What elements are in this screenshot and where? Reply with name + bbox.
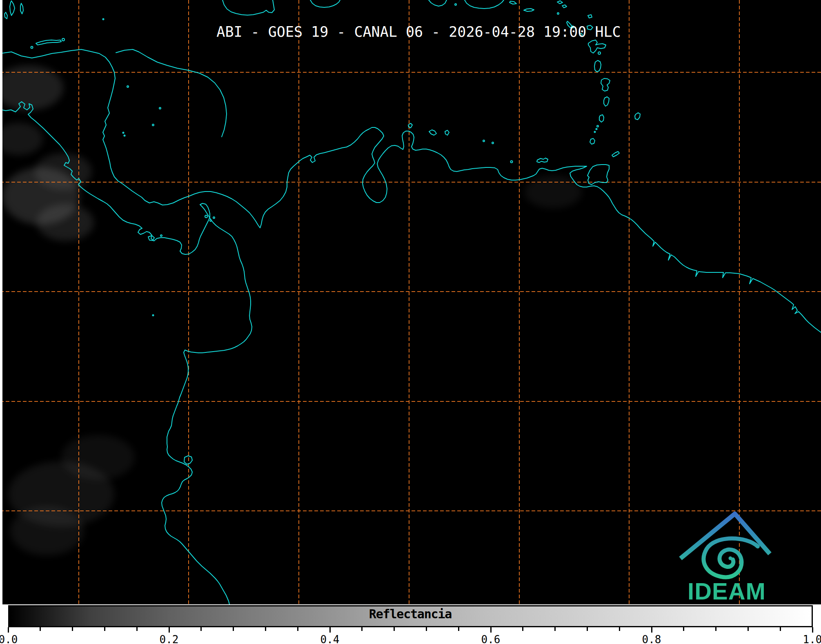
island-los-roques xyxy=(483,140,485,142)
colorbar-tick-label: 0.6 xyxy=(481,633,501,644)
colorbar-major-tick xyxy=(169,627,170,633)
island-cebaco xyxy=(160,235,162,236)
ideam-wordmark: IDEAM xyxy=(688,578,766,604)
colorbar-minor-tick xyxy=(361,627,363,631)
coastline-trinidad xyxy=(587,165,609,185)
coastline-st-vincent xyxy=(599,115,604,122)
island-marie-galante xyxy=(598,52,601,54)
spiral-eye-icon xyxy=(729,557,732,560)
colorbar-minor-tick xyxy=(297,627,298,631)
colorbar-minor-tick xyxy=(426,627,427,631)
colorbar-major-tick xyxy=(329,627,331,633)
island-corn-island-2 xyxy=(124,135,125,136)
map-canvas: IDEAM xyxy=(0,0,821,604)
coastline-bonaire xyxy=(445,130,449,135)
colorbar-major-tick xyxy=(490,627,492,633)
colorbar-tick-label: 0.2 xyxy=(160,633,179,644)
coastline-haiti-tiburon-coast xyxy=(310,0,340,7)
coastline-st-martin xyxy=(557,1,563,4)
colorbar-minor-tick xyxy=(136,627,138,631)
island-corn-island-1 xyxy=(123,132,124,134)
colorbar-minor-tick xyxy=(104,627,105,631)
island-grenadine-2 xyxy=(596,129,597,130)
island-malpelo-island xyxy=(153,315,154,316)
coastline-martinique xyxy=(601,78,610,91)
coastline-layer xyxy=(0,0,821,604)
island-la-orchila xyxy=(492,142,494,144)
coastline-belize-reef-2 xyxy=(20,3,23,14)
island-mona-island xyxy=(455,4,456,5)
coastline-aruba xyxy=(408,123,412,128)
colorbar-minor-tick xyxy=(200,627,202,631)
island-swan-island xyxy=(103,19,104,20)
coastline-jamaica-south-coast xyxy=(222,0,274,15)
colorbar-tick-label: 0.8 xyxy=(642,633,661,644)
colorbar-minor-tick xyxy=(683,627,684,631)
colorbar-minor-tick xyxy=(587,627,588,631)
colorbar-minor-tick xyxy=(458,627,459,631)
colorbar-minor-tick xyxy=(233,627,234,631)
coastline-vieques xyxy=(510,1,516,4)
colorbar-tick-label: 0.4 xyxy=(320,633,340,644)
colorbar-major-tick xyxy=(812,627,813,633)
colorbar-minor-tick xyxy=(619,627,620,631)
colorbar-tick-label: 1.0 xyxy=(803,633,821,644)
colorbar-minor-tick xyxy=(748,627,749,631)
colorbar-minor-tick xyxy=(394,627,395,631)
left-margin-strip xyxy=(0,0,2,604)
coastline-caribbean-coast-honduras-to-guyanas xyxy=(0,49,821,332)
coastline-dominica xyxy=(594,60,601,72)
colorbar-major-tick xyxy=(651,627,652,633)
coastline-grenada xyxy=(590,138,595,144)
island-miskito-cays xyxy=(127,86,129,87)
island-pearl-island-2 xyxy=(210,220,211,221)
coastline-st-barth xyxy=(562,5,567,8)
coastline-bank-reef-chain xyxy=(116,49,227,137)
cloud-patch xyxy=(37,204,94,241)
island-pearl-island-3 xyxy=(213,217,215,218)
coastline-st-croix xyxy=(524,9,534,11)
colorbar-tick-label: 0.0 xyxy=(0,633,18,644)
colorbar-minor-tick xyxy=(715,627,716,631)
island-utila xyxy=(31,47,33,49)
island-providencia xyxy=(159,107,161,109)
coastline-belize-reef-1 xyxy=(10,1,15,16)
colorbar-minor-tick xyxy=(72,627,73,631)
cloud-patch xyxy=(0,123,43,155)
colorbar-minor-tick xyxy=(522,627,523,631)
coastline-belize-reef-3 xyxy=(4,12,7,19)
colorbar-major-tick xyxy=(8,627,9,633)
cloud-patch xyxy=(10,506,84,555)
coastline-st-lucia xyxy=(604,97,609,106)
coastline-dominican-republic-se-coast xyxy=(429,0,447,6)
satellite-product-view: IDEAM ABI - GOES 19 - CANAL 06 - 2026-04… xyxy=(0,0,821,644)
map-area: IDEAM ABI - GOES 19 - CANAL 06 - 2026-04… xyxy=(0,0,821,604)
colorbar-panel: Reflectancia 0.00.20.40.60.81.0 xyxy=(0,604,821,644)
island-la-tortuga xyxy=(511,161,513,163)
coastline-puerto-rico-south-coast xyxy=(465,0,504,9)
product-title: ABI - GOES 19 - CANAL 06 - 2026-04-28 19… xyxy=(0,24,821,40)
colorbar-label: Reflectancia xyxy=(369,607,452,621)
island-saba xyxy=(557,13,559,14)
colorbar-minor-tick xyxy=(265,627,266,631)
colorbar-minor-tick xyxy=(780,627,781,631)
island-san-andres xyxy=(152,124,154,126)
island-dots-layer xyxy=(31,4,601,316)
colorbar-minor-tick xyxy=(40,627,41,631)
island-grenadine-1 xyxy=(597,125,599,127)
cloud-layer xyxy=(0,65,582,555)
coastline-roatan xyxy=(36,40,61,45)
coastline-curacao xyxy=(429,130,436,135)
island-grenadine-3 xyxy=(594,131,596,133)
coastline-margarita xyxy=(537,158,548,163)
coastline-tobago xyxy=(612,152,619,157)
graticule-layer xyxy=(0,0,821,604)
coastline-barbados xyxy=(635,113,640,120)
ideam-logo: IDEAM xyxy=(682,514,768,604)
coastline-guadeloupe xyxy=(588,40,606,53)
coastline-barbuda xyxy=(588,15,592,18)
colorbar-minor-tick xyxy=(554,627,556,631)
island-pearl-island-1 xyxy=(205,215,207,218)
